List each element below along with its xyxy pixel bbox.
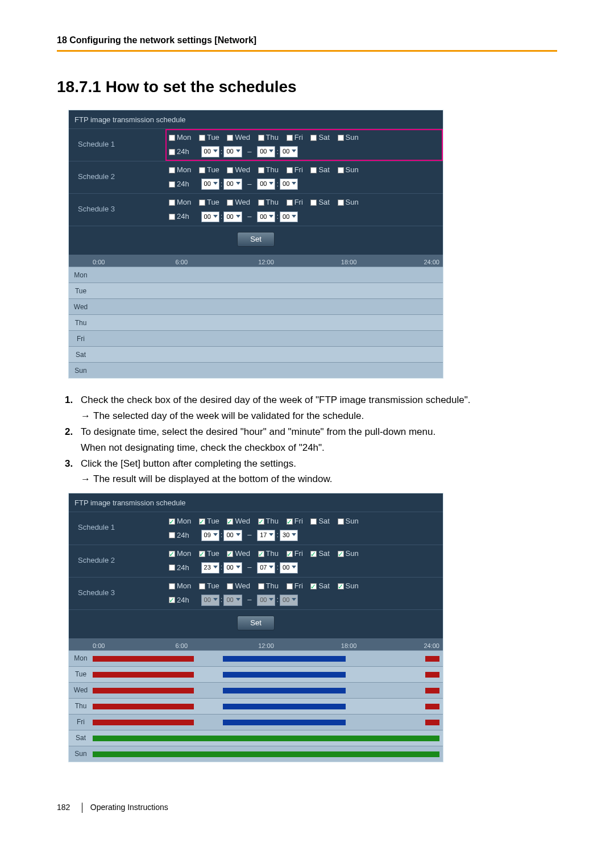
checkbox-thu[interactable] (258, 518, 264, 525)
checkbox-wed[interactable] (227, 583, 233, 589)
arrow-icon (81, 409, 93, 423)
checkbox-24h[interactable] (169, 181, 175, 188)
page-number: 182 (57, 802, 80, 813)
checkbox-24h[interactable] (169, 532, 175, 538)
select-end-hour[interactable]: 17 (257, 530, 275, 541)
select-end-hour[interactable]: 00 (257, 178, 275, 189)
select-end-hour[interactable]: 07 (257, 562, 275, 573)
checkbox-fri[interactable] (287, 518, 293, 525)
schedule-3-label: Schedule 3 (69, 194, 165, 226)
checkbox-tue[interactable] (199, 518, 205, 525)
select-end-hour: 00 (257, 595, 275, 605)
select-end-min[interactable]: 00 (280, 562, 298, 573)
panel-title: FTP image transmission schedule (69, 110, 443, 128)
arrow-icon (81, 472, 93, 486)
checkbox-24h[interactable] (169, 597, 175, 603)
select-start-min[interactable]: 00 (223, 530, 242, 541)
set-button[interactable]: Set (237, 616, 275, 630)
schedule-chart-empty: 0:00 6:00 12:00 18:00 24:00 Mon Tue Wed … (69, 255, 443, 378)
select-end-hour[interactable]: 00 (257, 211, 275, 222)
checkbox-sat[interactable] (310, 583, 317, 589)
checkbox-thu[interactable] (258, 200, 264, 206)
checkbox-24h[interactable] (169, 214, 175, 220)
checkbox-thu[interactable] (258, 583, 264, 589)
checkbox-mon[interactable] (169, 135, 175, 141)
schedule-1-row: Schedule 1 Mon Tue Wed Thu Fri Sat Sun 2… (69, 512, 443, 544)
select-start-hour: 00 (201, 595, 219, 605)
schedule-3-row: Schedule 3 Mon Tue Wed Thu Fri Sat Sun 2… (69, 193, 443, 226)
select-end-min: 00 (280, 595, 298, 605)
schedule-3-row: Schedule 3 Mon Tue Wed Thu Fri Sat Sun 2… (69, 577, 443, 609)
checkbox-sat[interactable] (310, 200, 317, 206)
checkbox-mon[interactable] (169, 200, 175, 206)
checkbox-sat[interactable] (310, 551, 317, 557)
checkbox-fri[interactable] (287, 583, 293, 589)
checkbox-tue[interactable] (199, 583, 205, 589)
schedule-2-row: Schedule 2 Mon Tue Wed Thu Fri Sat Sun 2… (69, 545, 443, 577)
select-start-hour[interactable]: 09 (201, 530, 219, 541)
select-end-min[interactable]: 00 (280, 211, 298, 222)
checkbox-wed[interactable] (227, 135, 233, 141)
screenshot-before: FTP image transmission schedule Schedule… (68, 110, 443, 379)
select-start-hour[interactable]: 00 (201, 178, 219, 189)
checkbox-fri[interactable] (287, 135, 293, 141)
checkbox-sat[interactable] (310, 167, 317, 173)
doc-title: Operating Instructions (90, 803, 168, 812)
checkbox-sat[interactable] (310, 135, 317, 141)
set-button[interactable]: Set (237, 232, 275, 247)
schedule-1-row: Schedule 1 Mon Tue Wed Thu Fri Sat Sun 2… (69, 128, 443, 161)
select-end-min[interactable]: 30 (280, 530, 298, 541)
checkbox-mon[interactable] (169, 583, 175, 589)
checkbox-mon[interactable] (169, 167, 175, 173)
schedule-2-label: Schedule 2 (69, 161, 165, 193)
checkbox-sun[interactable] (338, 583, 344, 589)
checkbox-wed[interactable] (227, 518, 233, 525)
select-start-min: 00 (223, 595, 242, 605)
schedule-chart-filled: 0:00 6:00 12:00 18:00 24:00 MonTueWedThu… (69, 638, 443, 762)
checkbox-sun[interactable] (338, 135, 344, 141)
checkbox-tue[interactable] (199, 167, 205, 173)
checkbox-fri[interactable] (287, 551, 293, 557)
select-start-hour[interactable]: 00 (201, 211, 219, 222)
checkbox-wed[interactable] (227, 167, 233, 173)
checkbox-sun[interactable] (338, 167, 344, 173)
select-start-hour[interactable]: 23 (201, 562, 219, 573)
checkbox-sat[interactable] (310, 518, 317, 525)
checkbox-tue[interactable] (199, 135, 205, 141)
checkbox-mon[interactable] (169, 518, 175, 525)
select-start-min[interactable]: 00 (223, 178, 242, 189)
checkbox-24h[interactable] (169, 564, 175, 571)
select-start-min[interactable]: 00 (223, 146, 242, 157)
select-end-hour[interactable]: 00 (257, 146, 275, 157)
checkbox-24h[interactable] (169, 149, 175, 155)
checkbox-tue[interactable] (199, 200, 205, 206)
schedule-2-row: Schedule 2 Mon Tue Wed Thu Fri Sat Sun 2… (69, 161, 443, 193)
select-end-min[interactable]: 00 (280, 146, 298, 157)
checkbox-wed[interactable] (227, 200, 233, 206)
checkbox-sun[interactable] (338, 518, 344, 525)
header-rule (57, 50, 557, 52)
instructions-list: 1.Check the check box of the desired day… (65, 393, 557, 486)
checkbox-tue[interactable] (199, 551, 205, 557)
schedule-1-label: Schedule 1 (69, 129, 165, 161)
checkbox-mon[interactable] (169, 551, 175, 557)
page-footer: 182 Operating Instructions (57, 802, 557, 813)
checkbox-wed[interactable] (227, 551, 233, 557)
screenshot-after: FTP image transmission schedule Schedule… (68, 493, 443, 762)
checkbox-fri[interactable] (287, 167, 293, 173)
select-start-min[interactable]: 00 (223, 562, 242, 573)
checkbox-thu[interactable] (258, 135, 264, 141)
checkbox-sun[interactable] (338, 551, 344, 557)
section-heading: 18.7.1 How to set the schedules (57, 76, 557, 98)
select-start-hour[interactable]: 00 (201, 146, 219, 157)
breadcrumb: 18 Configuring the network settings [Net… (57, 34, 557, 50)
checkbox-sun[interactable] (338, 200, 344, 206)
select-start-min[interactable]: 00 (223, 211, 242, 222)
checkbox-thu[interactable] (258, 551, 264, 557)
select-end-min[interactable]: 00 (280, 178, 298, 189)
checkbox-thu[interactable] (258, 167, 264, 173)
checkbox-fri[interactable] (287, 200, 293, 206)
panel-title: FTP image transmission schedule (69, 493, 443, 512)
